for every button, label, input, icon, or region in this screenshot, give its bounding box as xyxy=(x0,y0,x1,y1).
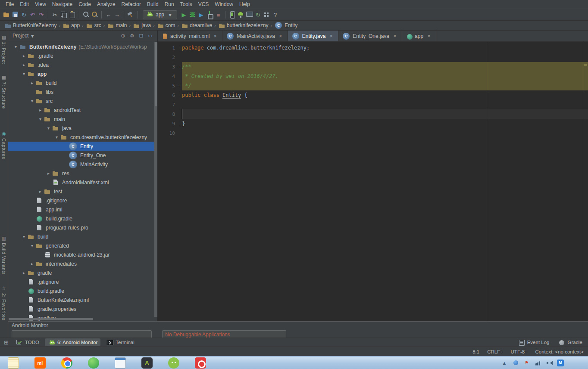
tree-expand-arrow[interactable]: ▾ xyxy=(37,117,44,121)
make-project-icon[interactable] xyxy=(127,11,135,19)
tray-expand-icon[interactable]: ▲ xyxy=(501,360,508,366)
device-monitor-icon[interactable] xyxy=(245,11,253,19)
stripe-button-7-structure[interactable]: ▦7: Structure xyxy=(1,74,7,109)
cut-icon[interactable]: ✂ xyxy=(51,11,59,19)
toolwindow-button-event-log[interactable]: Event Log xyxy=(515,338,553,346)
tree-expand-arrow[interactable]: ▾ xyxy=(29,99,35,103)
toolwindow-switcher-icon[interactable]: ⊞ xyxy=(3,339,10,346)
tree-row-mainactivity[interactable]: CMainActivity xyxy=(8,160,157,169)
tree-row-intermediates[interactable]: ▸intermediates xyxy=(8,259,157,268)
menu-code[interactable]: Code xyxy=(75,1,94,8)
menu-analyze[interactable]: Analyze xyxy=(94,1,119,8)
wps-icon[interactable] xyxy=(115,357,126,369)
debug-icon[interactable] xyxy=(188,11,197,19)
replace-icon[interactable] xyxy=(91,11,99,19)
coverage-icon[interactable]: ▶ xyxy=(197,11,205,19)
code-line[interactable]: 5− */ xyxy=(158,81,588,90)
find-icon[interactable] xyxy=(82,11,90,19)
open-icon[interactable] xyxy=(3,11,11,19)
tree-row-res[interactable]: ▸res xyxy=(8,169,157,178)
paste-icon[interactable] xyxy=(68,11,76,19)
tree-row-idea[interactable]: ▸.idea xyxy=(8,60,157,69)
project-structure-icon[interactable] xyxy=(263,11,271,19)
toolwindow-button-terminal[interactable]: Terminal xyxy=(103,338,137,346)
tab-close-icon[interactable]: × xyxy=(277,33,284,40)
toolwindow-button-gradle[interactable]: Gradle xyxy=(555,338,585,346)
tab-close-icon[interactable]: × xyxy=(425,33,432,40)
breadcrumb-item-app[interactable]: app xyxy=(62,22,81,29)
process-dropdown[interactable]: No Debuggable Applications xyxy=(162,330,286,338)
gradle-sync-icon[interactable]: ↻ xyxy=(254,11,262,19)
network-icon[interactable] xyxy=(535,360,541,366)
tree-row-build-gradle[interactable]: build.gradle xyxy=(8,286,157,295)
settings-gear-icon[interactable]: ⚙ xyxy=(128,32,137,40)
collapse-all-icon[interactable]: ⊟ xyxy=(137,32,146,40)
tree-expand-arrow[interactable]: ▸ xyxy=(37,108,44,112)
breadcrumb-item-butterknifezelezny[interactable]: ButterKnifeZelezny xyxy=(3,22,57,29)
tree-row-gradle-properties[interactable]: gradle.properties xyxy=(8,304,157,313)
breadcrumb-item-src[interactable]: src xyxy=(85,22,102,29)
menu-file[interactable]: File xyxy=(3,1,17,8)
status-line-ending[interactable]: CRLF÷ xyxy=(487,349,503,354)
menu-view[interactable]: View xyxy=(32,1,49,8)
status-caret-position[interactable]: 8:1 xyxy=(472,349,479,354)
tree-row-androidmanifest-xml[interactable]: AndroidManifest.xml xyxy=(8,178,157,187)
chrome-icon[interactable] xyxy=(61,357,72,369)
tree-row-gradle[interactable]: ▸gradle xyxy=(8,268,157,277)
tree-row-build[interactable]: ▸build xyxy=(8,78,157,87)
xiaomi-icon[interactable]: mi xyxy=(34,357,46,369)
screen-recorder-icon[interactable] xyxy=(195,357,206,369)
tree-scrollbar-thumb[interactable] xyxy=(155,42,157,106)
menu-window[interactable]: Window xyxy=(212,1,236,8)
code-line[interactable]: 2 xyxy=(158,53,588,62)
toolwindow-button-6-android-monitor[interactable]: 6: Android Monitor xyxy=(45,338,100,346)
tree-expand-arrow[interactable]: ▸ xyxy=(45,171,52,176)
tree-row-butterknifezelezny-iml[interactable]: ButterKnifeZelezny.iml xyxy=(8,295,157,304)
scroll-from-source-icon[interactable]: ⊕ xyxy=(119,32,128,40)
editor-body[interactable]: 1package com.dreamlive.butterknifezelezn… xyxy=(158,42,588,321)
tree-row-androidtest[interactable]: ▸androidTest xyxy=(8,105,157,115)
tree-expand-arrow[interactable]: ▸ xyxy=(21,62,27,67)
toolwindow-button-todo[interactable]: TODO xyxy=(13,338,42,346)
run-configuration-selector[interactable]: app▾ xyxy=(143,10,177,19)
back-icon[interactable]: ← xyxy=(104,11,113,19)
tree-expand-arrow[interactable]: ▾ xyxy=(45,126,52,130)
tab-entity-one-java[interactable]: CEntity_One.java× xyxy=(338,31,402,41)
tree-row-entity-one[interactable]: CEntity_One xyxy=(8,151,157,160)
breadcrumb-item-dreamlive[interactable]: dreamlive xyxy=(180,22,213,29)
code-line[interactable]: 9} xyxy=(158,119,588,128)
tree-expand-arrow[interactable]: ▸ xyxy=(21,270,27,275)
attach-debugger-icon[interactable] xyxy=(206,11,214,19)
android-studio-icon[interactable]: A xyxy=(141,357,153,369)
redo-icon[interactable]: ↷ xyxy=(37,11,45,19)
code-line[interactable]: 3−/** xyxy=(158,62,588,71)
tab-close-icon[interactable]: × xyxy=(391,33,398,40)
breadcrumb-item-entity[interactable]: CEntity xyxy=(273,22,298,29)
stripe-button-captures[interactable]: ◉Captures xyxy=(1,130,7,159)
breadcrumb-item-butterknifezelezny[interactable]: butterknifezelezny xyxy=(217,22,269,29)
tree-expand-arrow[interactable]: ▾ xyxy=(29,243,35,248)
menu-refactor[interactable]: Refactor xyxy=(119,1,144,8)
fold-marker[interactable]: − xyxy=(175,81,182,90)
hide-panel-icon[interactable]: ↤ xyxy=(146,32,155,40)
tree-row-build-gradle[interactable]: build.gradle xyxy=(8,214,157,223)
im-icon[interactable] xyxy=(512,360,519,366)
copy-icon[interactable] xyxy=(59,11,68,19)
tab-app[interactable]: app× xyxy=(402,31,436,41)
avd-manager-icon[interactable] xyxy=(228,11,236,19)
tree-row-entity[interactable]: CEntity xyxy=(8,142,157,151)
menu-vcs[interactable]: VCS xyxy=(195,1,212,8)
browser-360-icon[interactable] xyxy=(88,357,99,369)
tree-row-libs[interactable]: libs xyxy=(8,87,157,96)
tree-row-butterknifezelezny[interactable]: ▾ButterKnifeZelezny (E:\StudioWorkSpace\… xyxy=(8,42,157,51)
stripe-button-build-variants[interactable]: ▥Build Variants xyxy=(1,235,7,275)
tree-expand-arrow[interactable]: ▸ xyxy=(29,261,35,266)
tree-row-src[interactable]: ▾src xyxy=(8,96,157,105)
tree-row-proguard-rules-pro[interactable]: proguard-rules.pro xyxy=(8,223,157,232)
tree-expand-arrow[interactable]: ▸ xyxy=(29,81,35,85)
tree-row-build[interactable]: ▾build xyxy=(8,232,157,241)
status-encoding[interactable]: UTF-8÷ xyxy=(511,349,528,354)
breadcrumb-item-com[interactable]: com xyxy=(156,22,176,29)
tab-close-icon[interactable]: × xyxy=(328,33,335,40)
tree-horizontal-scrollbar[interactable] xyxy=(9,318,93,320)
